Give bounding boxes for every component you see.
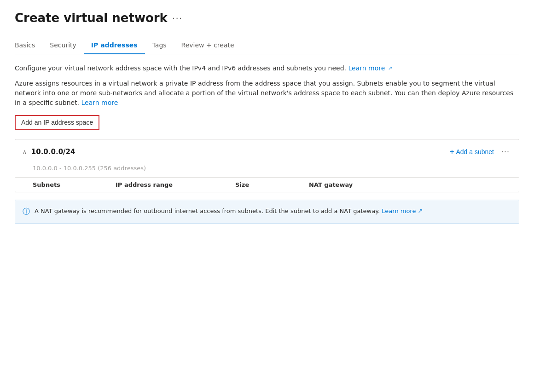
add-subnet-button[interactable]: + Add a subnet [450, 148, 494, 156]
info-banner-text: A NAT gateway is recommended for outboun… [35, 207, 423, 216]
learn-more-link-1[interactable]: Learn more ↗ [348, 64, 393, 72]
col-subnets: Subnets [33, 181, 116, 188]
page-title: Create virtual network [15, 11, 168, 25]
add-ip-address-space-button[interactable]: Add an IP address space [15, 115, 99, 130]
col-ip-address-range: IP address range [116, 181, 235, 188]
more-options-icon[interactable]: ··· [172, 13, 183, 23]
tab-tags[interactable]: Tags [145, 38, 174, 54]
ip-space-right: + Add a subnet ··· [450, 146, 511, 157]
learn-more-link-2[interactable]: Learn more [81, 99, 118, 106]
external-link-icon-nat: ↗ [418, 208, 423, 214]
page-title-row: Create virtual network ··· [15, 11, 519, 25]
description-block: Configure your virtual network address s… [15, 63, 519, 108]
chevron-up-icon[interactable]: ∧ [23, 149, 27, 155]
info-banner: ⓘ A NAT gateway is recommended for outbo… [15, 200, 519, 224]
tab-ip-addresses[interactable]: IP addresses [84, 38, 145, 54]
description-line1: Configure your virtual network address s… [15, 63, 519, 73]
nat-learn-more-link[interactable]: Learn more ↗ [382, 208, 423, 214]
tab-security[interactable]: Security [42, 38, 84, 54]
ip-range-text: 10.0.0.0 - 10.0.0.255 (256 addresses) [15, 164, 519, 177]
ip-space-more-button[interactable]: ··· [499, 146, 511, 157]
col-nat-gateway: NAT gateway [309, 181, 401, 188]
ip-space-card: ∧ 10.0.0.0/24 + Add a subnet ··· 10.0.0.… [15, 139, 519, 192]
ip-space-header: ∧ 10.0.0.0/24 + Add a subnet ··· [15, 139, 519, 164]
ip-space-left: ∧ 10.0.0.0/24 [23, 148, 75, 156]
external-link-icon-1: ↗ [388, 65, 392, 71]
subnet-table-header: Subnets IP address range Size NAT gatewa… [15, 177, 519, 192]
tab-basics[interactable]: Basics [15, 38, 42, 54]
col-size: Size [235, 181, 309, 188]
plus-icon: + [450, 148, 454, 156]
tab-bar: Basics Security IP addresses Tags Review… [15, 38, 519, 54]
description-line2: Azure assigns resources in a virtual net… [15, 79, 519, 108]
info-icon: ⓘ [23, 207, 30, 217]
ip-space-cidr: 10.0.0.0/24 [31, 148, 75, 156]
tab-review-create[interactable]: Review + create [174, 38, 242, 54]
